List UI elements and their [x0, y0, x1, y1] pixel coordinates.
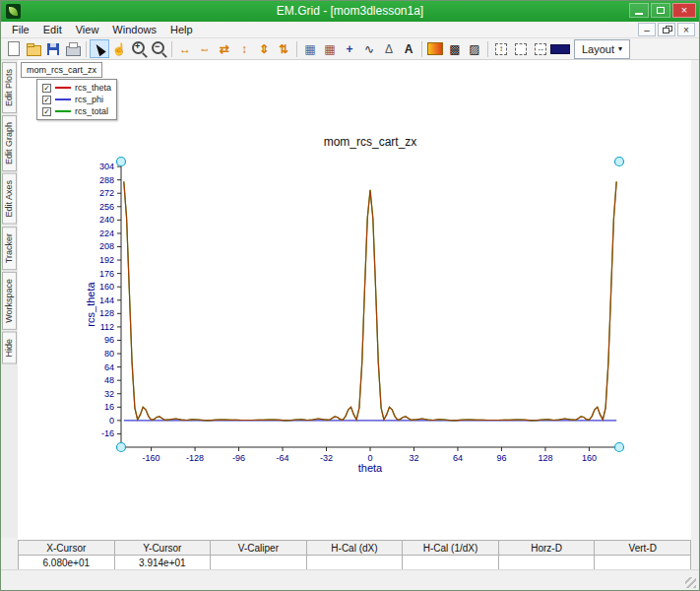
color-palette-icon	[427, 42, 443, 55]
select-region-vertical-icon: ↕	[495, 43, 507, 55]
save-file-button[interactable]	[43, 39, 63, 58]
toolbar-separator	[86, 41, 87, 57]
close-button[interactable]: ×	[672, 3, 696, 18]
menu-item-view[interactable]: View	[69, 23, 106, 36]
layout-menu-button[interactable]: Layout▾	[574, 39, 630, 59]
select-region-button[interactable]	[511, 39, 531, 58]
menu-item-help[interactable]: Help	[163, 23, 200, 36]
fill-pattern-1-button[interactable]: ▩	[445, 39, 465, 58]
y-tick-label: 144	[99, 296, 114, 305]
plot-title: mom_rcs_cart_zx	[324, 135, 417, 149]
series-rcs-theta-line[interactable]	[124, 181, 616, 420]
toolbar-separator	[296, 41, 297, 57]
cursor-col-x-cursor: X-Cursor	[19, 541, 115, 556]
legend-checkbox-rcs-theta[interactable]: ✓	[42, 84, 51, 93]
select-region-horizontal-button[interactable]: ↔	[531, 39, 550, 58]
line-style-swatch-button[interactable]	[550, 39, 570, 58]
scale-y-compress-icon: ⇅	[279, 43, 288, 55]
new-file-button[interactable]	[4, 39, 24, 58]
scale-x-fit-button[interactable]: ↔	[175, 39, 195, 58]
plot-handle-bottom-left[interactable]	[117, 443, 126, 452]
menu-item-file[interactable]: File	[5, 23, 36, 36]
select-region-vertical-button[interactable]: ↕	[491, 39, 511, 58]
v-caliper-value	[211, 556, 307, 570]
series-rcs-total-line[interactable]	[124, 181, 616, 420]
crosshair-tool-button[interactable]: +	[340, 39, 359, 58]
legend-checkbox-rcs-total[interactable]: ✓	[42, 107, 51, 116]
menu-item-edit[interactable]: Edit	[36, 23, 69, 36]
y-tick-label: 32	[104, 389, 114, 399]
print-button[interactable]	[63, 39, 83, 58]
select-region-icon	[515, 43, 527, 55]
x-cursor-value: 6.080e+01	[19, 556, 115, 570]
curve-tool-button[interactable]: ∿	[359, 39, 379, 58]
mdi-restore-icon	[663, 26, 671, 33]
delta-marker-tool-button[interactable]: Δ	[379, 39, 399, 58]
menu-item-windows[interactable]: Windows	[105, 23, 163, 36]
mdi-close-icon: ×	[683, 25, 689, 35]
sidebar-tab-edit-plots[interactable]: Edit Plots	[2, 62, 17, 113]
mdi-restore-button[interactable]	[658, 23, 675, 36]
document-tab[interactable]: mom_rcs_cart_zx	[21, 62, 102, 78]
scale-y-expand-button[interactable]: ⇕	[254, 39, 274, 58]
toolbar-separator	[171, 41, 172, 57]
x-tick-label: -32	[320, 453, 333, 463]
fill-pattern-2-icon: ▨	[469, 43, 479, 55]
sidebar-tab-hide[interactable]: Hide	[2, 332, 17, 364]
plot-handle-top-left[interactable]	[117, 158, 126, 166]
y-tick-label: 80	[104, 349, 114, 359]
legend-label-rcs-theta: rcs_theta	[75, 83, 111, 93]
scale-y-expand-icon: ⇕	[259, 43, 269, 55]
color-palette-button[interactable]	[425, 39, 445, 58]
legend-line-sample-rcs-theta	[55, 87, 71, 89]
x-tick-label: 160	[582, 453, 597, 463]
pointer-tool-button[interactable]	[90, 39, 109, 58]
sidebar-tab-workspace[interactable]: Workspace	[2, 272, 17, 330]
vert-d-value	[595, 556, 691, 570]
plot-handle-top-right[interactable]	[615, 158, 624, 166]
cursor-col-vert-d: Vert-D	[595, 541, 691, 556]
plot-handle-bottom-right[interactable]	[615, 443, 624, 452]
y-tick-label: 112	[100, 322, 114, 332]
mdi-minimize-button[interactable]: –	[638, 23, 656, 36]
legend-line-sample-rcs-phi	[55, 98, 71, 100]
text-tool-button[interactable]: A	[399, 39, 418, 58]
plot-legend: ✓rcs_theta✓rcs_phi✓rcs_total	[36, 79, 117, 120]
y-tick-label: 192	[99, 255, 114, 265]
scale-x-expand-button[interactable]: ⇔	[195, 39, 215, 58]
scale-y-compress-button[interactable]: ⇅	[274, 39, 293, 58]
legend-row-rcs-theta: ✓rcs_theta	[42, 83, 111, 93]
y-tick-label: 16	[104, 402, 114, 412]
y-tick-label: 0	[109, 416, 114, 426]
open-file-button[interactable]	[24, 39, 43, 58]
y-tick-label: 304	[99, 162, 114, 171]
fill-pattern-2-button[interactable]: ▨	[465, 39, 484, 58]
toolbar-separator	[487, 41, 488, 57]
zoom-in-tool-button[interactable]: +	[129, 39, 149, 58]
table-view-button[interactable]: ▦	[320, 39, 340, 58]
y-tick-label: 96	[104, 335, 114, 345]
scale-x-compress-button[interactable]: ⇄	[215, 39, 234, 58]
cursor-col-v-caliper: V-Caliper	[211, 541, 307, 556]
zoom-out-tool-button[interactable]: −	[149, 39, 168, 58]
toolbar: ☝+−↔⇔⇄↕⇕⇅▦▦+∿ΔA▩▨↕↔Layout▾	[1, 38, 699, 60]
legend-row-rcs-total: ✓rcs_total	[42, 106, 111, 116]
maximize-icon	[657, 7, 665, 14]
legend-checkbox-rcs-phi[interactable]: ✓	[42, 96, 51, 104]
x-tick-label: 96	[496, 453, 506, 463]
maximize-button[interactable]	[651, 3, 670, 18]
sidebar-tab-edit-graph[interactable]: Edit Graph	[2, 115, 17, 171]
minimize-button[interactable]	[629, 3, 649, 18]
grid-toggle-button[interactable]: ▦	[300, 39, 320, 58]
sidebar-tab-edit-axes[interactable]: Edit Axes	[2, 173, 17, 225]
mdi-close-button[interactable]: ×	[677, 23, 695, 36]
pan-tool-button[interactable]: ☝	[109, 39, 129, 58]
horz-d-value	[498, 556, 595, 570]
x-tick-label: 64	[453, 453, 463, 463]
sidebar-tab-tracker[interactable]: Tracker	[2, 227, 17, 270]
y-tick-label: 272	[99, 188, 114, 198]
new-file-icon	[8, 41, 20, 56]
legend-label-rcs-total: rcs_total	[75, 106, 108, 116]
scale-y-fit-button[interactable]: ↕	[234, 39, 254, 58]
y-tick-label: 224	[99, 229, 114, 238]
